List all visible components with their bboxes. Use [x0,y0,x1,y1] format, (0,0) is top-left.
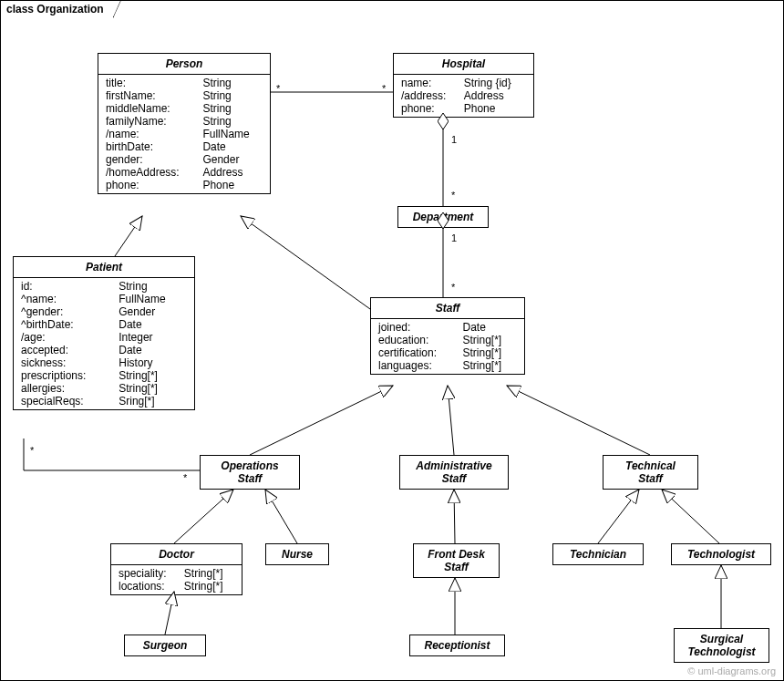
class-title: Surgical Technologist [675,629,769,662]
mult: * [382,83,386,94]
svg-line-3 [115,216,142,256]
class-title: Administrative Staff [400,456,508,489]
class-department: Department [397,206,489,228]
class-receptionist: Receptionist [409,635,505,656]
class-title: Technician [553,544,643,564]
watermark: © uml-diagrams.org [687,666,776,676]
class-front-desk: Front Desk Staff [413,543,500,578]
class-title: Receptionist [410,635,504,655]
class-title: Person [98,54,270,75]
svg-line-13 [165,592,174,635]
class-title: Nurse [266,544,328,564]
frame-label: class Organization [0,0,114,17]
mult: 1 [451,134,457,145]
svg-line-5 [250,386,393,455]
class-attrs: id:String^name:FullName^gender:Gender^bi… [14,278,194,409]
svg-line-7 [507,386,650,455]
class-title: Doctor [111,544,242,565]
class-title: Staff [371,298,524,319]
svg-line-10 [454,490,455,543]
mult: * [30,445,34,456]
class-patient: Patient id:String^name:FullName^gender:G… [13,256,195,410]
class-hospital: Hospital name:String {id}/address:Addres… [393,53,534,118]
class-ops-staff: Operations Staff [200,455,300,490]
svg-line-12 [662,490,719,543]
class-nurse: Nurse [265,543,329,565]
class-title: Patient [14,257,194,278]
class-attrs: title:StringfirstName:StringmiddleName:S… [98,75,270,193]
svg-line-6 [448,386,454,455]
mult: * [451,190,455,201]
class-title: Operations Staff [201,456,299,489]
class-attrs: joined:Dateeducation:String[*]certificat… [371,319,524,374]
class-admin-staff: Administrative Staff [399,455,509,490]
class-title: Surgeon [125,635,205,655]
mult: 1 [451,232,457,243]
class-tech-staff: Technical Staff [603,455,698,490]
class-title: Department [398,207,488,227]
svg-line-4 [241,216,370,309]
class-title: Technologist [672,544,770,564]
class-attrs: speciality:String[*]locations:String[*] [111,565,242,594]
mult: * [183,472,187,483]
class-title: Hospital [394,54,533,75]
mult: * [276,83,280,94]
class-person: Person title:StringfirstName:Stringmiddl… [98,53,271,194]
class-title: Front Desk Staff [414,544,499,577]
class-doctor: Doctor speciality:String[*]locations:Str… [110,543,242,595]
class-surgeon: Surgeon [124,635,206,656]
class-technologist: Technologist [671,543,771,565]
class-surg-tech: Surgical Technologist [674,628,769,663]
svg-line-11 [598,490,639,543]
svg-line-9 [265,490,297,543]
class-staff: Staff joined:Dateeducation:String[*]cert… [370,297,525,375]
diagram-frame: class Organization Person title:Stringfi… [0,0,784,681]
class-technician: Technician [552,543,644,565]
class-title: Technical Staff [603,456,697,489]
svg-line-8 [174,490,233,543]
class-attrs: name:String {id}/address:Addressphone:Ph… [394,75,533,117]
mult: * [451,282,455,293]
